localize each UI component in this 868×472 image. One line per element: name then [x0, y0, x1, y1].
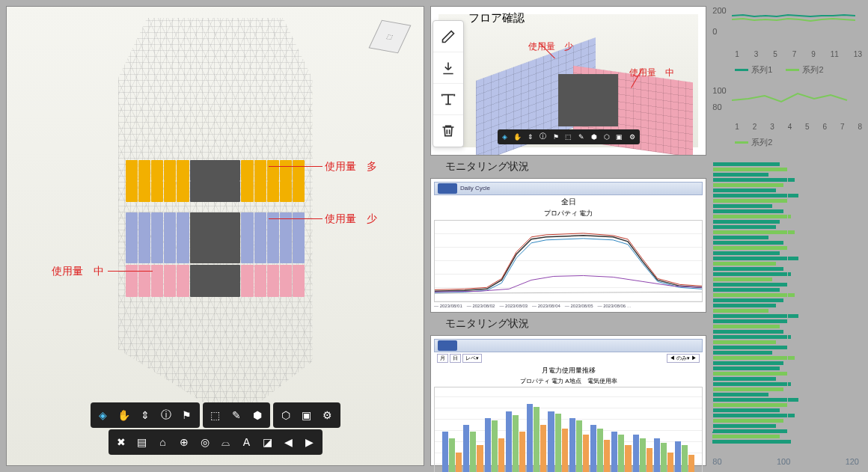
trash-icon[interactable]	[433, 115, 463, 147]
text-tool-icon[interactable]	[433, 84, 463, 115]
text-icon[interactable]: A	[237, 432, 257, 452]
floor-mini-toolbar: ◈ ✋ ⇕ ⓘ ⚑ ⬚ ✎ ⬢ ⬡ ▣ ⚙	[498, 129, 640, 144]
spark2-x: 6	[823, 123, 828, 131]
spark2-y0: 100	[712, 86, 726, 95]
monitor1-panel: Daily Cycle 全日 プロパティ 電力 — 2023/08/01 — 2…	[430, 178, 706, 313]
viewer-toolbar-secondary: ✖ ▤ ⌂ ⊕ ◎ ⌓ A ◪ ◀ ▶	[109, 429, 323, 455]
chart1-header-text: Daily Cycle	[460, 185, 490, 191]
leader-line	[108, 271, 153, 272]
hbar-axis: 80 100 120	[712, 457, 862, 466]
clip-icon[interactable]: ⌓	[216, 432, 236, 452]
measure-icon[interactable]: ✎	[575, 131, 587, 143]
properties-icon[interactable]: ▣	[614, 131, 626, 143]
horizontal-bar-chart[interactable]	[712, 159, 862, 448]
floor-band-low-3[interactable]	[126, 248, 305, 263]
spark1-x: 7	[792, 50, 797, 58]
settings-icon[interactable]: ⚙	[626, 131, 638, 143]
updown-icon[interactable]: ⇕	[135, 405, 155, 425]
download-icon[interactable]	[433, 52, 463, 84]
leader-line	[269, 166, 323, 167]
pan-icon[interactable]: ✋	[512, 131, 524, 143]
spark2-x: 8	[858, 123, 862, 131]
label-usage-high: 使用量 多	[325, 160, 377, 174]
tower-model[interactable]	[118, 18, 313, 422]
chart-logo-icon	[438, 183, 457, 194]
home-icon[interactable]: ⌂	[153, 432, 173, 452]
updown-icon[interactable]: ⇕	[525, 131, 537, 143]
cube-icon[interactable]: ⬢	[248, 405, 267, 425]
fly-icon[interactable]: ⚑	[550, 131, 562, 143]
prev-icon[interactable]: ◀	[279, 432, 299, 452]
chart1-plot-area[interactable]	[434, 220, 703, 302]
floor-3d-scene[interactable]: 使用量 少 使用量 中 ◈ ✋ ⇕ ⓘ ⚑ ⬚ ✎ ⬢ ⬡ ▣ ⚙	[438, 14, 698, 147]
monitor1-title: モニタリング状況	[430, 160, 706, 174]
floor-band-mid[interactable]	[126, 265, 305, 283]
hbar-tick: 80	[712, 457, 721, 466]
spark2-legend: 系列2	[712, 137, 862, 148]
main-3d-viewer[interactable]: 使用量 多 使用量 少 使用量 中 ⬚ ◈ ✋ ⇕ ⓘ ⚑ ⬚ ✎ ⬢ ⬡ ▣ …	[6, 6, 424, 466]
chart1-title-l2: プロパティ 電力	[434, 209, 703, 218]
settings-icon[interactable]: ⚙	[318, 405, 337, 425]
chart1-header: Daily Cycle	[434, 182, 703, 195]
close-icon[interactable]: ✖	[111, 432, 131, 452]
chart2-tab[interactable]: 月	[437, 354, 448, 363]
spark1-x: 5	[773, 50, 777, 58]
spark1-y1: 0	[712, 27, 726, 36]
chart2-ctrl[interactable]: ◀ のみ▾ ▶	[667, 354, 700, 363]
spark1-x: 11	[831, 50, 839, 58]
shade-icon[interactable]: ◪	[258, 432, 278, 452]
pencil-icon[interactable]	[433, 21, 463, 52]
chart-logo-icon	[438, 340, 457, 351]
hbar-tick: 100	[777, 457, 790, 466]
orbit-icon[interactable]: ◈	[94, 405, 113, 425]
spark1-x: 9	[811, 50, 816, 58]
chart1-legend: — 2023/08/01 — 2023/08/02 — 2023/08/03 —…	[434, 304, 703, 309]
chart2-tab[interactable]: 日	[450, 354, 461, 363]
orbit-icon[interactable]: ◈	[499, 131, 511, 143]
sparkline-1[interactable]: 200 0 1 3 5 7 9 11 13	[712, 6, 862, 58]
section-icon[interactable]: ⬚	[563, 131, 575, 143]
label-usage-low: 使用量 少	[325, 212, 377, 226]
floor-band-mid-2[interactable]	[126, 282, 305, 297]
measure-icon[interactable]: ✎	[227, 405, 246, 425]
hbar-tick: 120	[846, 457, 859, 466]
spark1-legend: 系列1 系列2	[712, 64, 862, 76]
leader-line	[269, 218, 323, 219]
spark1-y0: 200	[712, 6, 726, 15]
target-icon[interactable]: ⊕	[174, 432, 194, 452]
walk-icon[interactable]: ⓘ	[156, 405, 176, 425]
walk-icon[interactable]: ⓘ	[537, 131, 549, 143]
chart2-plot-area[interactable]	[434, 387, 703, 472]
chart2-header	[434, 339, 703, 352]
spark2-x: 3	[770, 123, 774, 131]
hierarchy-icon[interactable]: ⬡	[601, 131, 613, 143]
spark2-x: 1	[735, 123, 739, 131]
properties-icon[interactable]: ▣	[297, 405, 317, 425]
pan-icon[interactable]: ✋	[114, 405, 134, 425]
layers-icon[interactable]: ▤	[132, 432, 152, 452]
floor-panel-title: フロア確認	[468, 11, 525, 25]
cube-icon[interactable]: ⬢	[588, 131, 600, 143]
spark2-x: 7	[840, 123, 845, 131]
legend-label: 系列2	[802, 64, 823, 76]
chart2-title-l2: プロパティ 電力 A地点 電気使用率	[434, 377, 703, 385]
spark2-x: 4	[788, 123, 792, 131]
focus-icon[interactable]: ◎	[195, 432, 215, 452]
section-icon[interactable]: ⬚	[206, 405, 225, 425]
floor-band-low-2[interactable]	[126, 231, 305, 249]
legend-label: 系列1	[751, 64, 772, 76]
annotation-toolbar	[433, 20, 464, 147]
chart2-tab[interactable]: レベ▾	[462, 354, 482, 363]
spark1-x: 1	[735, 50, 739, 58]
floor-band-low[interactable]	[126, 212, 305, 233]
monitor2-panel: 月 日 レベ▾ ◀ のみ▾ ▶ 月電力使用量推移 プロパティ 電力 A地点 電気…	[430, 335, 706, 466]
next-icon[interactable]: ▶	[300, 432, 320, 452]
spark2-x: 5	[805, 123, 810, 131]
floor-band-high-2[interactable]	[126, 181, 305, 202]
floor-core[interactable]	[558, 74, 618, 126]
floor-band-high[interactable]	[126, 160, 305, 181]
fly-icon[interactable]: ⚑	[177, 405, 197, 425]
chart2-title-l1: 月電力使用量推移	[434, 366, 703, 376]
hierarchy-icon[interactable]: ⬡	[276, 405, 296, 425]
sparkline-2[interactable]: 100 80 1 2 3 4 5 6 7 8	[712, 86, 862, 131]
